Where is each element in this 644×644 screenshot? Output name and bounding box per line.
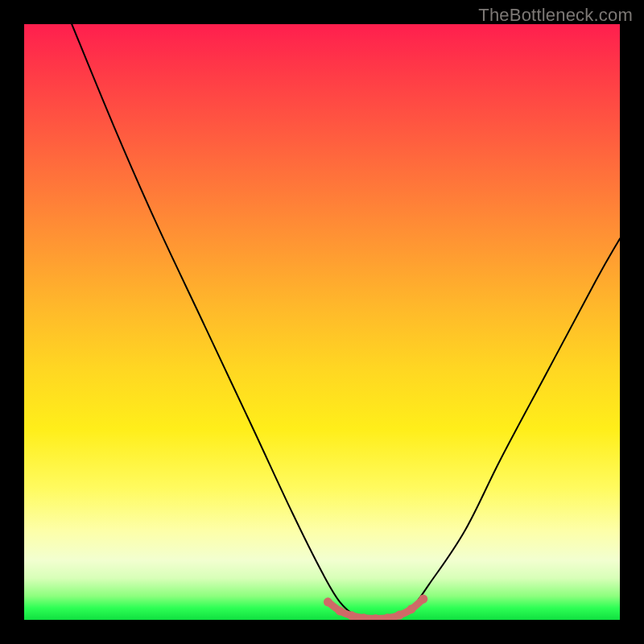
optimal-range-dot [419, 595, 427, 604]
optimal-range-dots [324, 595, 427, 620]
optimal-range-dot [336, 606, 345, 615]
curve-layer [24, 24, 620, 620]
watermark-text: TheBottleneck.com [478, 5, 633, 26]
plot-area [24, 24, 620, 620]
chart-frame: TheBottleneck.com [0, 0, 644, 644]
optimal-range-dot [324, 597, 332, 606]
bottleneck-curve [72, 24, 620, 620]
optimal-range-dot [348, 611, 357, 620]
optimal-range-dot [407, 605, 416, 613]
optimal-range-dot [395, 611, 404, 620]
